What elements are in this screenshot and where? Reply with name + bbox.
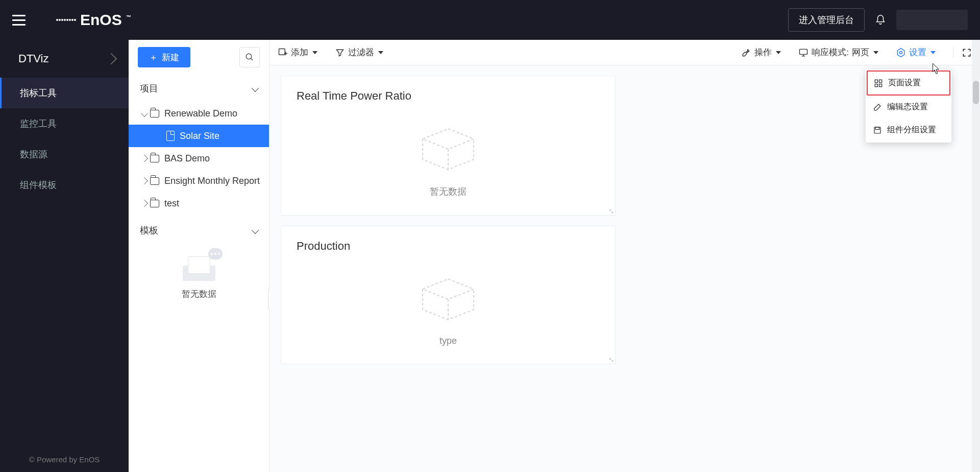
- menu-label: 编辑态设置: [887, 102, 928, 112]
- inbox-icon: [183, 254, 215, 281]
- empty-cube-icon: [418, 276, 479, 327]
- menu-item-page-settings[interactable]: 页面设置: [867, 70, 950, 96]
- enter-admin-button[interactable]: 进入管理后台: [788, 8, 865, 32]
- svg-point-0: [246, 54, 252, 59]
- filter-dropdown[interactable]: 过滤器: [335, 46, 383, 58]
- nav-item-component-template[interactable]: 组件模板: [0, 170, 129, 200]
- nav-item-metric-tools[interactable]: 指标工具: [0, 78, 129, 108]
- settings-menu: 页面设置 编辑态设置 组件分组设置: [866, 69, 951, 143]
- tree-node-label: Renewable Demo: [164, 108, 237, 119]
- templates-section-header[interactable]: 模板: [129, 217, 269, 244]
- templates-empty-label: 暂无数据: [182, 288, 216, 300]
- search-button[interactable]: [239, 47, 260, 67]
- svg-rect-12: [875, 84, 877, 86]
- speech-bubble-icon: [208, 248, 223, 259]
- topbar-search-bar[interactable]: [896, 10, 968, 30]
- folder-icon: [150, 155, 159, 162]
- fullscreen-button[interactable]: [953, 48, 972, 58]
- menu-label: 组件分组设置: [887, 125, 936, 135]
- search-icon: [245, 53, 254, 62]
- empty-state: 暂无数据: [297, 116, 600, 202]
- nav-items: 指标工具 监控工具 数据源 组件模板: [0, 78, 129, 200]
- scrollbar-thumb[interactable]: [973, 81, 979, 104]
- card-power-ratio[interactable]: Real Time Power Ratio 暂无数据: [281, 76, 616, 216]
- canvas-toolbar: 添加 过滤器 操作 响应模式: 网页: [270, 40, 980, 65]
- svg-marker-16: [423, 129, 474, 149]
- caret-down-icon: [378, 51, 383, 54]
- menu-item-group-settings[interactable]: 组件分组设置: [867, 119, 950, 141]
- module-sidebar: DTViz 指标工具 监控工具 数据源 组件模板 © Powered by En…: [0, 40, 129, 472]
- card-production[interactable]: Production type: [281, 226, 616, 364]
- new-button[interactable]: ＋ 新建: [138, 47, 190, 67]
- tree-node-bas-demo[interactable]: BAS Demo: [129, 147, 269, 170]
- twist-closed-icon[interactable]: [141, 200, 148, 207]
- topbar-left: EnOS ™: [12, 11, 131, 29]
- tree-node-ensight-monthly-report[interactable]: Ensight Monthly Report: [129, 170, 269, 192]
- svg-rect-13: [879, 84, 882, 86]
- operation-dropdown[interactable]: 操作: [741, 46, 781, 58]
- menu-toggle-button[interactable]: [12, 15, 26, 26]
- add-label: 添加: [291, 46, 308, 58]
- canvas-wrap: 添加 过滤器 操作 响应模式: 网页: [270, 40, 980, 472]
- trademark-icon: ™: [126, 14, 131, 20]
- templates-label: 模板: [140, 224, 158, 237]
- twist-closed-icon[interactable]: [141, 155, 148, 162]
- menu-label: 页面设置: [888, 78, 921, 88]
- module-title-row[interactable]: DTViz: [0, 40, 129, 78]
- grid-icon: [874, 79, 883, 88]
- edit-icon: [873, 103, 882, 112]
- svg-marker-8: [897, 48, 904, 57]
- filter-label: 过滤器: [348, 46, 374, 58]
- tree-node-label: Ensight Monthly Report: [164, 176, 260, 186]
- resize-handle-icon[interactable]: [607, 356, 613, 362]
- toolbar-right: 操作 响应模式: 网页 设置: [741, 46, 972, 58]
- project-tree-panel: ＋ 新建 项目 Renewable Demo Solar Site: [129, 40, 270, 472]
- tree-node-renewable-demo[interactable]: Renewable Demo: [129, 102, 269, 125]
- chevron-down-icon: [252, 227, 259, 234]
- fullscreen-icon: [962, 48, 972, 58]
- responsive-mode-dropdown[interactable]: 响应模式: 网页: [798, 46, 878, 58]
- svg-rect-5: [800, 49, 807, 54]
- brand-logo: EnOS ™: [56, 11, 131, 29]
- logo-dots-icon: [56, 19, 76, 21]
- svg-rect-11: [879, 80, 882, 82]
- add-panel-icon: [278, 48, 288, 58]
- file-icon: [166, 131, 175, 141]
- twist-closed-icon[interactable]: [141, 177, 148, 184]
- projects-section-header[interactable]: 项目: [129, 75, 269, 102]
- chevron-right-icon: [106, 53, 117, 65]
- empty-label: type: [439, 336, 457, 346]
- plus-icon: ＋: [149, 52, 158, 63]
- tree-node-solar-site[interactable]: Solar Site: [129, 125, 269, 147]
- tree-actions: ＋ 新建: [129, 40, 269, 75]
- twist-open-icon[interactable]: [141, 110, 148, 117]
- menu-item-edit-settings[interactable]: 编辑态设置: [867, 96, 950, 119]
- topbar-right: 进入管理后台: [788, 8, 968, 32]
- tree-node-test[interactable]: test: [129, 192, 269, 215]
- nav-item-monitor-tools[interactable]: 监控工具: [0, 108, 129, 139]
- resize-handle-icon[interactable]: [607, 207, 613, 213]
- projects-label: 项目: [140, 82, 158, 95]
- empty-label: 暂无数据: [430, 185, 467, 198]
- brand-name: EnOS: [80, 11, 122, 29]
- folder-icon: [150, 177, 159, 185]
- filter-icon: [335, 48, 345, 58]
- save-icon: [873, 126, 882, 135]
- nav-item-data-source[interactable]: 数据源: [0, 139, 129, 170]
- settings-dropdown[interactable]: 设置: [896, 46, 936, 58]
- folder-icon: [150, 110, 159, 117]
- nav-label: 组件模板: [20, 179, 57, 191]
- scrollbar-track[interactable]: [972, 40, 980, 472]
- sidebar-footer: © Powered by EnOS: [0, 455, 129, 464]
- svg-rect-10: [875, 80, 877, 82]
- topbar: EnOS ™ 进入管理后台: [0, 0, 980, 40]
- card-title: Production: [297, 240, 600, 253]
- bell-icon[interactable]: [875, 14, 886, 26]
- responsive-label: 响应模式:: [812, 46, 849, 58]
- caret-down-icon: [873, 51, 878, 54]
- monitor-icon: [798, 48, 808, 58]
- add-dropdown[interactable]: 添加: [278, 46, 317, 58]
- caret-down-icon: [312, 51, 317, 54]
- nav-label: 监控工具: [20, 117, 57, 130]
- folder-icon: [150, 200, 159, 207]
